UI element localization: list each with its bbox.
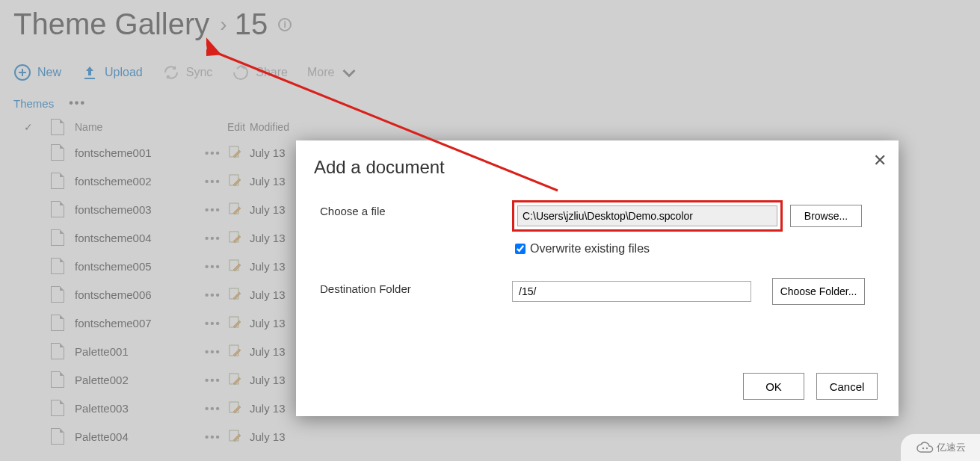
svg-point-17 <box>925 448 927 449</box>
cloud-icon <box>916 442 934 454</box>
watermark: 亿速云 <box>901 434 980 461</box>
browse-button[interactable]: Browse... <box>790 205 862 227</box>
cancel-button[interactable]: Cancel <box>816 373 878 400</box>
destination-folder-input[interactable] <box>512 281 751 302</box>
watermark-text: 亿速云 <box>937 441 966 454</box>
choose-folder-button[interactable]: Choose Folder... <box>772 278 865 305</box>
overwrite-label: Overwrite existing files <box>530 242 650 256</box>
overwrite-checkbox[interactable] <box>515 244 526 254</box>
annotation-highlight <box>512 200 783 232</box>
svg-point-16 <box>922 448 923 449</box>
add-document-dialog: ✕ Add a document Choose a file Browse...… <box>296 140 899 416</box>
dialog-title: Add a document <box>314 157 878 178</box>
overwrite-checkbox-row[interactable]: Overwrite existing files <box>515 242 878 256</box>
file-path-input[interactable] <box>517 205 777 226</box>
choose-file-label: Choose a file <box>314 200 512 217</box>
ok-button[interactable]: OK <box>743 373 804 400</box>
destination-folder-label: Destination Folder <box>314 278 512 295</box>
close-icon[interactable]: ✕ <box>873 151 887 170</box>
